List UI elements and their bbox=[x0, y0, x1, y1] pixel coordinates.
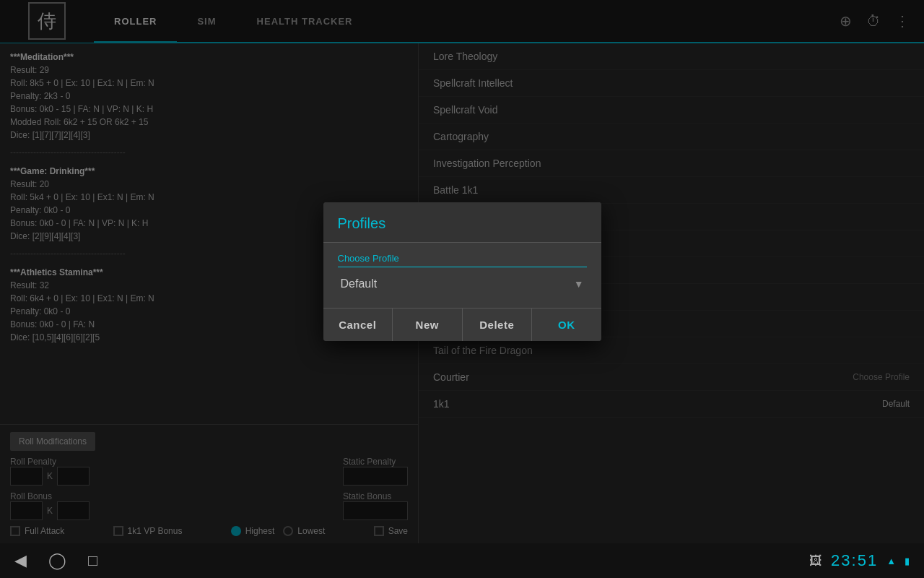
screenshot-icon: 🖼 bbox=[809, 553, 822, 569]
home-icon[interactable]: ◯ bbox=[48, 551, 66, 570]
time-display: 23:51 bbox=[831, 551, 878, 570]
dialog-overlay: Profiles Choose Profile Default ▼ Cancel… bbox=[0, 0, 924, 543]
dialog-body: Choose Profile Default ▼ bbox=[323, 243, 601, 298]
dialog-title: Profiles bbox=[323, 202, 601, 243]
delete-button[interactable]: Delete bbox=[463, 309, 533, 341]
dropdown-arrow-icon: ▼ bbox=[574, 278, 584, 290]
battery-icon: ▮ bbox=[905, 556, 910, 566]
profiles-dialog: Profiles Choose Profile Default ▼ Cancel… bbox=[323, 202, 601, 341]
recents-icon[interactable]: □ bbox=[88, 551, 97, 570]
profile-dropdown[interactable]: Default ▼ bbox=[338, 270, 587, 298]
dialog-buttons: Cancel New Delete OK bbox=[323, 308, 601, 341]
wifi-icon: ▲ bbox=[886, 556, 896, 566]
selected-profile-value: Default bbox=[341, 277, 378, 290]
nav-icons: ◀ ◯ □ bbox=[14, 551, 97, 570]
new-button[interactable]: New bbox=[393, 309, 463, 341]
bottom-bar: ◀ ◯ □ 🖼 23:51 ▲ ▮ bbox=[0, 543, 924, 578]
dialog-field-label: Choose Profile bbox=[338, 253, 587, 267]
cancel-button[interactable]: Cancel bbox=[323, 309, 393, 341]
status-bar-right: 🖼 23:51 ▲ ▮ bbox=[809, 551, 910, 570]
back-icon[interactable]: ◀ bbox=[14, 551, 27, 570]
ok-button[interactable]: OK bbox=[532, 309, 601, 341]
